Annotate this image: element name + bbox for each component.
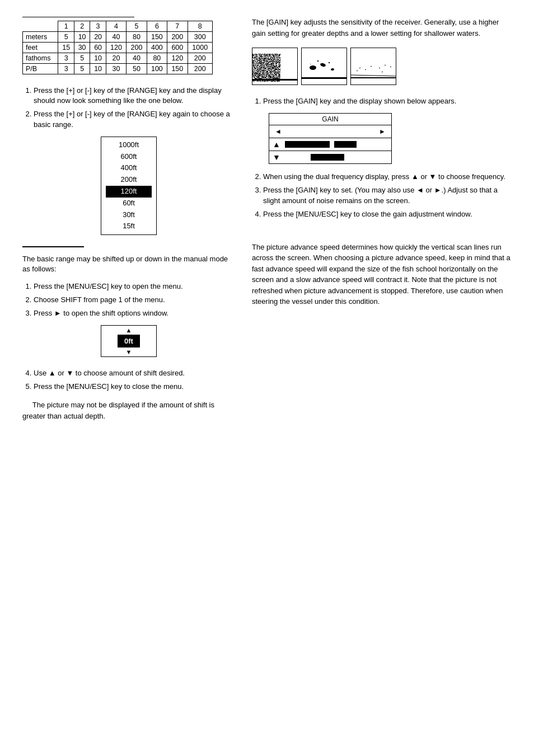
gain-step-4: Press the [MENU/ESC] key to close the ga… (263, 209, 512, 219)
range-value-1000: 1000ft (119, 140, 139, 149)
finder-canvas-1 (252, 48, 297, 84)
gain-steps-list: Press the [GAIN] key and the display sho… (252, 96, 512, 106)
range-value-600: 600ft (121, 152, 137, 161)
shift-arrow-down: ▼ (126, 348, 132, 356)
shift-value: 0ft (118, 335, 140, 348)
top-divider (22, 17, 134, 17)
gain-steps-list-2: When using the dual frequency display, p… (252, 172, 512, 219)
range-value-30: 30ft (123, 210, 135, 219)
gain-arrow-row: ◄ ► (269, 125, 391, 138)
gain-left-arrow: ◄ (275, 128, 282, 135)
shift-step-1: Press the [MENU/ESC] key to open the men… (34, 281, 235, 292)
gain-down-triangle: ▼ (273, 153, 280, 162)
unit-feet: feet (23, 43, 58, 53)
range-value-200: 200ft (121, 175, 137, 184)
gain-bar-lower (311, 154, 344, 161)
shift-steps-list-2: Use ▲ or ▼ to choose amount of shift des… (22, 368, 235, 392)
gain-bar-upper-2 (334, 141, 357, 148)
range-table: 12345678 meters 510204080150200300 feet … (22, 21, 213, 74)
gain-down-row: ▼ (269, 151, 391, 163)
finder-image-3 (350, 48, 396, 85)
gain-up-row: ▲ (269, 138, 391, 151)
finder-image-1 (252, 48, 298, 85)
shift-step-5: Press the [MENU/ESC] key to close the me… (34, 382, 235, 392)
shift-step-4: Use ▲ or ▼ to choose amount of shift des… (34, 368, 235, 378)
gain-display-box: GAIN ◄ ► ▲ ▼ (269, 113, 392, 164)
gain-right-arrow: ► (379, 128, 386, 135)
range-steps-list: Press the [+] or [-] key of the [RANGE] … (22, 86, 235, 130)
finder-canvas-2 (302, 48, 346, 84)
shift-display-box: ▲ 0ft ▼ (101, 325, 157, 357)
gain-step-3: Press the [GAIN] key to set. (You may al… (263, 185, 512, 205)
range-value-15: 15ft (123, 222, 135, 230)
gain-bar-upper (285, 141, 330, 148)
range-value-400: 400ft (121, 163, 137, 172)
finder-canvas-3 (351, 48, 396, 84)
advance-speed-text: The picture advance speed determines how… (252, 242, 512, 307)
finder-images-container (252, 48, 512, 85)
range-display-box: 1000ft 600ft 400ft 200ft 120ft 60ft 30ft… (101, 137, 157, 235)
gain-up-triangle: ▲ (273, 140, 280, 149)
page-layout: 12345678 meters 510204080150200300 feet … (22, 17, 512, 421)
shift-note: The picture may not be displayed if the … (22, 400, 235, 421)
shift-section-divider (22, 246, 84, 247)
shift-arrow-up: ▲ (126, 326, 132, 335)
unit-meters: meters (23, 32, 58, 43)
left-column: 12345678 meters 510204080150200300 feet … (22, 17, 235, 421)
unit-fathoms: fathoms (23, 53, 58, 64)
shift-step-2: Choose SHIFT from page 1 of the menu. (34, 295, 235, 305)
right-column: The [GAIN] key adjusts the sensitivity o… (252, 17, 512, 421)
range-step-1: Press the [+] or [-] key of the [RANGE] … (34, 86, 235, 106)
shift-arrows-container: ▲ 0ft ▼ (101, 326, 156, 356)
range-value-120-selected: 120ft (106, 186, 152, 198)
shift-intro-text: The basic range may be shifted up or dow… (22, 254, 235, 274)
unit-pb: P/B (23, 64, 58, 74)
gain-intro-text: The [GAIN] key adjusts the sensitivity o… (252, 17, 512, 39)
range-step-2: Press the [+] or [-] key of the [RANGE] … (34, 109, 235, 129)
gain-step-1: Press the [GAIN] key and the display sho… (263, 96, 512, 106)
finder-image-2 (301, 48, 347, 85)
shift-steps-list: Press the [MENU/ESC] key to open the men… (22, 281, 235, 319)
gain-title: GAIN (269, 114, 391, 125)
gain-step-2: When using the dual frequency display, p… (263, 172, 512, 182)
shift-step-3: Press ► to open the shift options window… (34, 308, 235, 318)
range-value-60: 60ft (123, 199, 135, 207)
